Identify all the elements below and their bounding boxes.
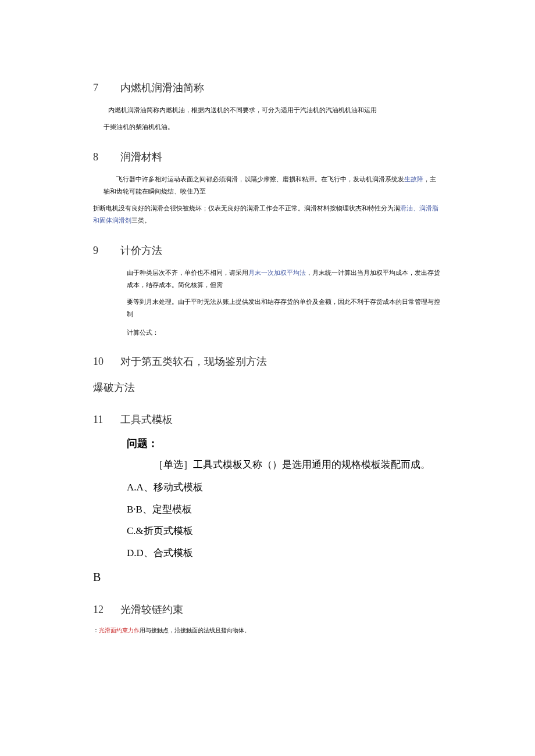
s8-p2: 折断电机没有良好的润滑会很快被烧坏；仪表无良好的润滑工作会不正常。润滑材料按物理… xyxy=(93,202,442,227)
s9-p1: 由于种类层次不齐，单价也不相同，请采用月末一次加权平均法，月末统一计算出当月加权… xyxy=(127,267,442,291)
s7-p2: 于柴油机的柴油机机油。 xyxy=(104,121,442,133)
heading-12-num: 12 xyxy=(93,602,117,618)
question-label: 问题： xyxy=(127,436,442,452)
heading-11-title: 工具式模板 xyxy=(120,414,173,425)
heading-10-title: 对于第五类软石，现场鉴别方法 xyxy=(120,356,267,367)
option-a: A.A、移动式模板 xyxy=(127,480,442,495)
s10-sub: 爆破方法 xyxy=(93,380,442,396)
heading-7-title: 内燃机润滑油简称 xyxy=(120,82,204,94)
heading-12-title: 光滑较链约束 xyxy=(120,604,183,615)
s8-link1[interactable]: 生故障 xyxy=(404,176,423,182)
s7-p1: 内燃机润滑油简称内燃机油，根据内送机的不同要求，可分为适用于汽油机的汽油机机油和… xyxy=(104,104,442,116)
s12-link[interactable]: 光滑面约束力作 xyxy=(99,627,140,633)
heading-11: 11 工具式模板 xyxy=(93,412,442,428)
question-text: ［单选］工具式模板又称（）是选用通用的规格模板装配而成。 xyxy=(154,457,442,472)
heading-9: 9 计价方法 xyxy=(93,243,442,259)
heading-10: 10 对于第五类软石，现场鉴别方法 xyxy=(93,354,442,370)
question-block: 问题： ［单选］工具式模板又称（）是选用通用的规格模板装配而成。 A.A、移动式… xyxy=(127,436,442,561)
heading-8-title: 润滑材料 xyxy=(120,151,162,163)
option-d: D.D、合式模板 xyxy=(127,546,442,561)
s9-p2: 要等到月末处理。由于平时无法从账上提供发出和结存存货的单价及金额，因此不利于存货… xyxy=(127,296,442,320)
s12-note: ：光滑面约束力作用与接触点，沿接触面的法线且指向物体。 xyxy=(93,626,442,635)
heading-7: 7 内燃机润滑油简称 xyxy=(93,80,442,96)
heading-8-num: 8 xyxy=(93,149,117,165)
option-c: C.&折页式模板 xyxy=(127,524,442,539)
heading-11-num: 11 xyxy=(93,412,117,428)
heading-12: 12 光滑较链约束 xyxy=(93,602,442,618)
heading-9-title: 计价方法 xyxy=(120,245,162,256)
s9-formula: 计算公式： xyxy=(127,328,442,338)
answer: B xyxy=(93,568,442,586)
heading-7-num: 7 xyxy=(93,80,117,96)
heading-10-num: 10 xyxy=(93,354,117,370)
option-b: B·B、定型模板 xyxy=(127,502,442,517)
s8-p1: 飞行器中许多相对运动表面之间都必须润滑，以隔少摩擦、磨损和粘滞。在飞行中，发动机… xyxy=(104,173,442,198)
s9-link1[interactable]: 月末一次加权平均法 xyxy=(248,270,306,276)
heading-8: 8 润滑材料 xyxy=(93,149,442,165)
heading-9-num: 9 xyxy=(93,243,117,259)
